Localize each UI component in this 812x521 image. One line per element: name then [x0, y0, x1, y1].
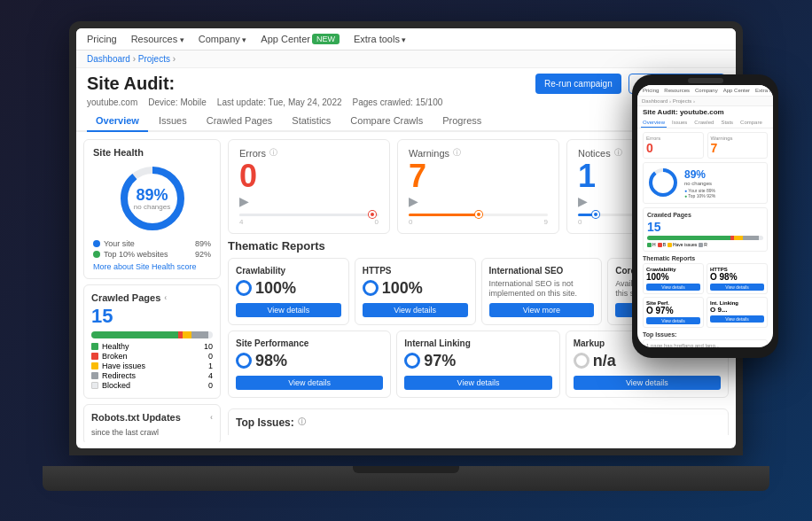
nav-pricing[interactable]: Pricing	[87, 34, 117, 44]
phone-donut	[647, 167, 679, 199]
phone-nav-company: Company	[695, 88, 718, 93]
health-link[interactable]: More about Site Health score	[93, 262, 211, 271]
health-legend: Your site 89% Top 10% websites 92%	[93, 239, 211, 259]
tab-progress[interactable]: Progress	[433, 111, 490, 132]
issues-section: Top Issues: ⓘ 1 page has no hreflang and…	[228, 408, 729, 435]
laptop-container: Pricing Resources Company App Center NEW…	[43, 21, 769, 500]
report-https-title: HTTPS	[363, 266, 468, 276]
report-crawlability: Crawlability 100% View details	[228, 258, 349, 325]
int-linking-icon	[404, 353, 420, 369]
phone-sq-healthy	[647, 243, 652, 247]
phone-issue-1-title: 1 page has hreflang and lang...	[646, 343, 764, 347]
crawled-pages-title: Crawled Pages ‹	[91, 292, 213, 303]
robots-card: Robots.txt Updates ‹ since the last craw…	[83, 404, 221, 442]
errors-card: Errors ⓘ 0 ▶	[228, 139, 390, 234]
phone-nav-extra: Extra tools	[755, 88, 773, 93]
bar-healthy	[91, 331, 178, 338]
pages-number: 15	[91, 305, 213, 328]
phone-pages-card: Crawled Pages 15 H	[643, 207, 768, 252]
phone-leg-broken: B	[658, 242, 666, 247]
pages-crawled: Pages crawled: 15/100	[353, 97, 443, 107]
phone-tab-crawled[interactable]: Crawled	[692, 118, 715, 128]
legend-redirects: Redirects 4	[91, 371, 213, 380]
phone-tab-compare[interactable]: Compare	[738, 118, 764, 128]
phone-perf-pct: O 97%	[646, 306, 700, 315]
https-btn[interactable]: View details	[363, 303, 468, 317]
phone-warnings: Warnings 7	[707, 132, 769, 159]
errors-bar	[239, 214, 379, 216]
warnings-info-icon[interactable]: ⓘ	[453, 147, 461, 159]
markup-btn[interactable]: View details	[574, 376, 721, 390]
phone-tab-issues[interactable]: Issues	[670, 118, 689, 128]
warnings-value: 7	[409, 159, 548, 194]
site-perf-btn[interactable]: View details	[236, 376, 383, 390]
nav-app-center[interactable]: App Center NEW	[261, 34, 340, 44]
health-label: no changes	[134, 203, 170, 211]
bar-blocked	[208, 331, 213, 338]
phone-metrics: Errors 0 Warnings 7	[643, 132, 768, 159]
int-linking-title: Internal Linking	[404, 338, 551, 348]
phone-bar-issues	[734, 236, 742, 240]
nav-extra-tools[interactable]: Extra tools	[354, 34, 406, 44]
nav-resources[interactable]: Resources	[131, 34, 184, 44]
warnings-range: 0 9	[409, 218, 548, 226]
phone-issues-title: Top Issues:	[643, 331, 768, 338]
phone-leg-healthy: H	[647, 242, 656, 247]
phone-linking-btn[interactable]: View details	[710, 315, 764, 323]
phone-frame: Pricing Resources Company App Center Ext…	[632, 74, 778, 358]
health-percent: 89%	[134, 187, 170, 203]
robots-subtitle: since the last crawl	[91, 428, 159, 437]
bar-redirects	[191, 331, 209, 338]
report-intl-seo: International SEO International SEO is n…	[481, 258, 603, 325]
phone-legend-row: H B Have issues R	[647, 242, 763, 247]
site-perf-title: Site Performance	[236, 338, 383, 348]
crawlability-btn[interactable]: View details	[236, 303, 341, 317]
warnings-bar-dot	[475, 211, 482, 218]
phone-tab-stats[interactable]: Stats	[719, 118, 735, 128]
phone-screen: Pricing Resources Company App Center Ext…	[637, 85, 773, 347]
phone-report-crawl: Crawlability 100% View details	[643, 263, 704, 294]
your-site-value: 89%	[195, 239, 211, 248]
intl-seo-btn[interactable]: View more	[489, 303, 595, 317]
phone-perf-btn[interactable]: View details	[646, 317, 700, 324]
phone-https-pct: O 98%	[710, 272, 764, 282]
breadcrumb-projects[interactable]: Projects	[138, 54, 170, 64]
pages-legend: Healthy 10 Broken 0 Have issues 1	[91, 342, 213, 390]
phone-errors: Errors 0	[643, 132, 704, 159]
nav-company[interactable]: Company	[199, 34, 247, 44]
phone-nav-resources: Resources	[664, 88, 690, 93]
robots-chevron: ‹	[210, 413, 213, 422]
tab-issues[interactable]: Issues	[150, 111, 196, 132]
top-nav: Pricing Resources Company App Center NEW…	[76, 28, 736, 51]
rerun-button[interactable]: Re-run campaign	[535, 74, 621, 94]
phone-bar-healthy	[647, 236, 730, 240]
issues-info-icon[interactable]: ⓘ	[298, 416, 306, 428]
site-health-card: Site Health 89% no changes	[83, 139, 221, 279]
report-site-perf: Site Performance 98% View details	[228, 330, 391, 398]
phone-crawl-pct: 100%	[646, 272, 700, 282]
phone-crawl-btn[interactable]: View details	[646, 284, 700, 291]
legend-broken: Broken 0	[91, 352, 213, 361]
issues-title: Top Issues: ⓘ	[236, 416, 721, 429]
device-label: Device: Mobile	[148, 97, 207, 107]
app-center-badge: NEW	[312, 34, 340, 44]
tab-crawled[interactable]: Crawled Pages	[198, 111, 282, 132]
phone-tab-overview[interactable]: Overview	[641, 118, 667, 128]
tab-compare[interactable]: Compare Crawls	[341, 111, 432, 132]
errors-info-icon[interactable]: ⓘ	[269, 147, 277, 159]
notices-info-icon[interactable]: ⓘ	[614, 147, 622, 159]
https-icon	[363, 280, 379, 296]
breadcrumb-dashboard[interactable]: Dashboard	[87, 54, 130, 64]
svg-point-3	[651, 170, 675, 195]
intl-seo-title: International SEO	[489, 266, 595, 276]
tab-statistics[interactable]: Statistics	[283, 111, 340, 132]
phone-warnings-val: 7	[711, 141, 765, 155]
phone-https-btn[interactable]: View details	[710, 284, 764, 291]
tab-overview[interactable]: Overview	[87, 111, 148, 132]
legend-blocked: Blocked 0	[91, 381, 213, 390]
https-pct: 100%	[382, 279, 423, 298]
your-site-dot	[93, 240, 100, 247]
phone-health-pct: 89%	[684, 168, 715, 181]
int-linking-btn[interactable]: View details	[404, 376, 551, 390]
errors-bar-dot	[369, 211, 376, 218]
